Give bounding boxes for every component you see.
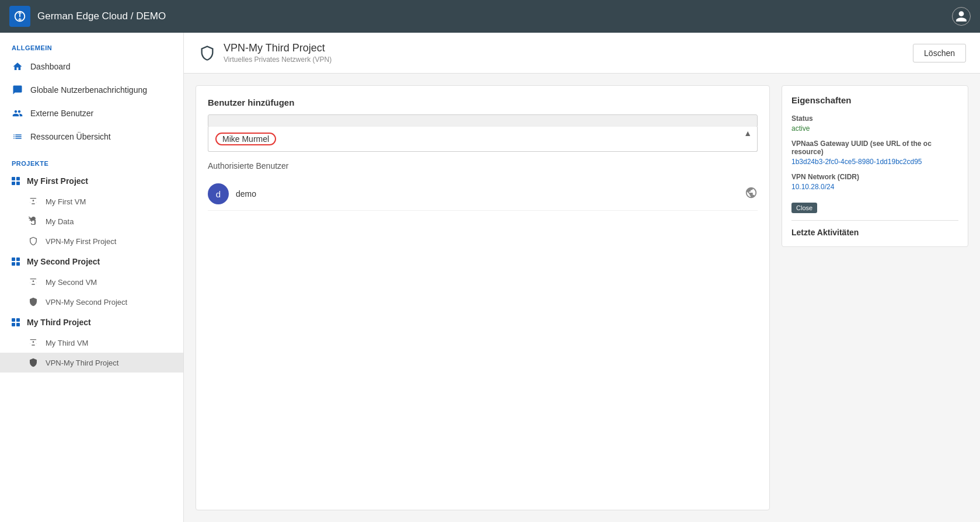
user-action-globe-icon[interactable] [745,186,758,201]
dropdown-menu: Mike Murmel [208,127,758,152]
delete-button[interactable]: Löschen [913,44,966,62]
content-area: Benutzer hinzüfugen ▲ Mike Murmel [184,74,980,522]
page-title-group: VPN-My Third Project Virtuelles Privates… [224,42,332,64]
vm-icon-3 [28,337,39,348]
properties-title: Eigenschaften [791,95,958,105]
home-icon [12,61,23,72]
svg-point-2 [33,341,34,343]
page-subtitle: Virtuelles Privates Netzwerk (VPN) [224,55,332,64]
uuid-value: 1b3d24b3-2fc0-4ce5-8980-1dd19bc2cd95 [791,158,958,166]
vm-icon-1 [28,196,39,207]
properties-divider [791,220,958,221]
sidebar-project-1-label: My First Project [27,176,88,186]
main-content: VPN-My Third Project Virtuelles Privates… [184,33,980,522]
page-header: VPN-My Third Project Virtuelles Privates… [184,33,980,74]
status-value: active [791,124,958,133]
user-avatar-icon[interactable] [952,7,971,26]
project-grid-icon-3 [12,318,20,326]
sidebar-label-notifications: Globale Nutzerbenachrichtigung [30,85,147,95]
project-grid-icon-1 [12,177,20,185]
close-tooltip-text: Close [791,203,817,213]
sidebar-subitem-vpn-second[interactable]: VPN-My Second Project [0,292,183,312]
authorized-users-title: Authorisierte Benutzer [208,161,758,170]
user-row-demo: d demo [208,178,758,211]
page-title: VPN-My Third Project [224,42,332,54]
vpn-icon-3 [28,357,39,368]
sidebar-subitem-my-data[interactable]: My Data [0,211,183,231]
sidebar-subitem-vpn-second-label: VPN-My Second Project [46,298,127,307]
sidebar-label-external-users: Externe Benutzer [30,109,93,118]
sidebar-item-notifications[interactable]: Globale Nutzerbenachrichtigung [0,78,183,102]
svg-point-0 [33,200,34,201]
header: German Edge Cloud / DEMO [0,0,980,33]
svg-point-1 [33,280,34,282]
project-grid-icon-2 [12,257,20,266]
close-tooltip[interactable]: Close [791,198,958,213]
dropdown-option-mike-murmel[interactable]: Mike Murmel [208,127,757,151]
sidebar-project-3[interactable]: My Third Project [0,312,183,333]
add-user-title: Benutzer hinzüfugen [208,98,758,107]
sidebar-project-2-label: My Second Project [27,257,100,266]
sidebar-label-resources: Ressourcen Übersicht [30,132,111,141]
main-panel: Benutzer hinzüfugen ▲ Mike Murmel [196,85,770,510]
sidebar-subitem-first-vm-label: My First VM [46,197,86,206]
sidebar-subitem-my-data-label: My Data [46,217,74,226]
sidebar-item-dashboard[interactable]: Dashboard [0,55,183,78]
properties-panel: Eigenschaften Status active VPNaaS Gatew… [782,85,968,247]
sidebar-subitem-vpn-third-label: VPN-My Third Project [46,359,118,367]
sidebar-subitem-vpn-first-label: VPN-My First Project [46,237,116,246]
user-dropdown[interactable]: ▲ [208,114,758,127]
vm-icon-2 [28,277,39,287]
sidebar-subitem-third-vm-label: My Third VM [46,339,88,347]
sidebar-subitem-second-vm[interactable]: My Second VM [0,272,183,292]
chat-icon [12,84,23,96]
app-logo [9,6,30,27]
user-avatar-demo: d [208,183,229,204]
activities-title: Letzte Aktivitäten [791,228,958,237]
sidebar-subitem-second-vm-label: My Second VM [46,278,97,287]
page-vpn-icon [198,44,217,62]
sidebar-item-resources[interactable]: Ressourcen Übersicht [0,125,183,148]
sidebar-item-external-users[interactable]: Externe Benutzer [0,102,183,125]
sidebar-project-2[interactable]: My Second Project [0,251,183,272]
sidebar-subitem-third-vm[interactable]: My Third VM [0,333,183,353]
vpn-icon-1 [28,236,39,246]
header-left: German Edge Cloud / DEMO [9,6,166,27]
sidebar-section-allgemein: ALLGEMEIN [0,33,183,55]
sidebar: ALLGEMEIN Dashboard Globale Nutzerbenach… [0,33,184,522]
network-label: VPN Network (CIDR) [791,173,958,181]
header-title: German Edge Cloud / DEMO [37,11,166,22]
page-header-info: VPN-My Third Project Virtuelles Privates… [198,42,332,64]
data-icon [28,216,39,227]
vpn-icon-2 [28,297,39,307]
list-icon [12,131,23,142]
user-name-demo: demo [236,189,738,199]
sidebar-subitem-vpn-third[interactable]: VPN-My Third Project [0,353,183,373]
side-panel: Eigenschaften Status active VPNaaS Gatew… [782,85,968,510]
sidebar-project-1[interactable]: My First Project [0,170,183,192]
status-label: Status [791,114,958,123]
sidebar-subitem-first-vm[interactable]: My First VM [0,192,183,211]
uuid-label: VPNaaS Gateway UUID (see URL of the oc r… [791,140,958,156]
sidebar-section-projekte: PROJEKTE [0,148,183,170]
user-dropdown-wrapper: ▲ Mike Murmel [208,114,758,152]
mike-murmel-label: Mike Murmel [215,133,276,145]
sidebar-subitem-vpn-first[interactable]: VPN-My First Project [0,231,183,251]
sidebar-label-dashboard: Dashboard [30,62,71,71]
people-icon [12,107,23,119]
sidebar-project-3-label: My Third Project [27,318,91,327]
network-value: 10.10.28.0/24 [791,183,958,191]
